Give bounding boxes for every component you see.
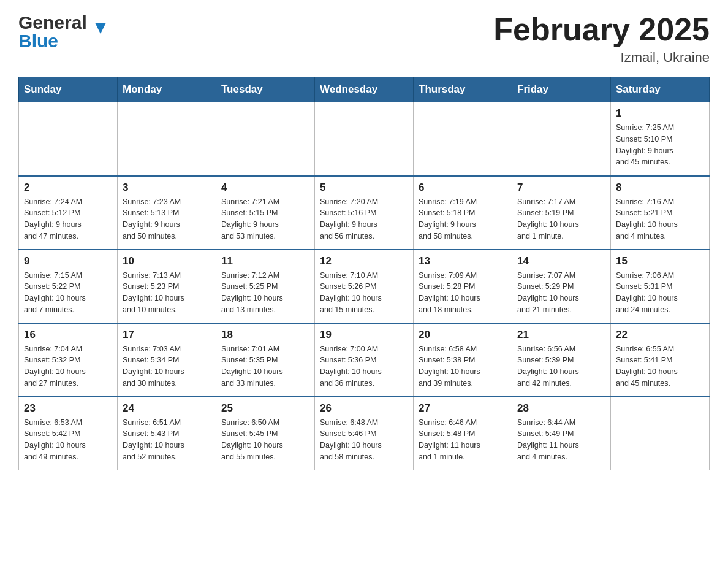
calendar-cell: 20Sunrise: 6:58 AMSunset: 5:38 PMDayligh… <box>414 323 512 397</box>
day-info: Sunrise: 7:07 AMSunset: 5:29 PMDaylight:… <box>517 270 605 316</box>
day-number: 25 <box>221 402 309 415</box>
day-info: Sunrise: 6:53 AMSunset: 5:42 PMDaylight:… <box>24 417 112 463</box>
day-number: 6 <box>419 182 507 194</box>
calendar-cell: 13Sunrise: 7:09 AMSunset: 5:28 PMDayligh… <box>414 250 512 323</box>
calendar-cell: 21Sunrise: 6:56 AMSunset: 5:39 PMDayligh… <box>512 323 611 397</box>
day-info: Sunrise: 7:04 AMSunset: 5:32 PMDaylight:… <box>24 343 112 389</box>
calendar-cell <box>512 102 611 176</box>
day-info: Sunrise: 7:12 AMSunset: 5:25 PMDaylight:… <box>221 270 309 316</box>
day-number: 14 <box>517 255 605 267</box>
day-info: Sunrise: 7:09 AMSunset: 5:28 PMDaylight:… <box>419 270 507 316</box>
calendar-header-row: SundayMondayTuesdayWednesdayThursdayFrid… <box>19 77 710 102</box>
calendar-cell: 9Sunrise: 7:15 AMSunset: 5:22 PMDaylight… <box>19 250 118 323</box>
calendar-day-header: Tuesday <box>216 77 315 102</box>
calendar-cell: 6Sunrise: 7:19 AMSunset: 5:18 PMDaylight… <box>414 176 512 250</box>
day-number: 15 <box>616 255 704 267</box>
calendar-cell: 3Sunrise: 7:23 AMSunset: 5:13 PMDaylight… <box>118 176 216 250</box>
calendar-cell <box>118 102 216 176</box>
calendar-cell: 23Sunrise: 6:53 AMSunset: 5:42 PMDayligh… <box>19 397 118 470</box>
day-info: Sunrise: 7:16 AMSunset: 5:21 PMDaylight:… <box>616 196 704 242</box>
calendar-day-header: Wednesday <box>315 77 414 102</box>
calendar-cell: 17Sunrise: 7:03 AMSunset: 5:34 PMDayligh… <box>118 323 216 397</box>
day-info: Sunrise: 7:20 AMSunset: 5:16 PMDaylight:… <box>320 196 408 242</box>
calendar-cell <box>19 102 118 176</box>
calendar-day-header: Thursday <box>414 77 512 102</box>
day-info: Sunrise: 6:58 AMSunset: 5:38 PMDaylight:… <box>419 343 507 389</box>
day-number: 21 <box>517 329 605 341</box>
day-number: 20 <box>419 329 507 341</box>
day-number: 1 <box>616 107 704 120</box>
day-number: 24 <box>123 402 211 415</box>
day-number: 8 <box>616 182 704 194</box>
day-number: 4 <box>221 182 309 194</box>
calendar-cell: 28Sunrise: 6:44 AMSunset: 5:49 PMDayligh… <box>512 397 611 470</box>
day-info: Sunrise: 6:51 AMSunset: 5:43 PMDaylight:… <box>123 417 211 463</box>
calendar-week-row: 1Sunrise: 7:25 AMSunset: 5:10 PMDaylight… <box>19 102 710 176</box>
day-info: Sunrise: 7:23 AMSunset: 5:13 PMDaylight:… <box>123 196 211 242</box>
calendar-cell: 24Sunrise: 6:51 AMSunset: 5:43 PMDayligh… <box>118 397 216 470</box>
day-number: 17 <box>123 329 211 341</box>
day-number: 7 <box>517 182 605 194</box>
page-subtitle: Izmail, Ukraine <box>493 50 710 66</box>
day-info: Sunrise: 6:46 AMSunset: 5:48 PMDaylight:… <box>419 417 507 463</box>
calendar-cell <box>611 397 710 470</box>
calendar-week-row: 9Sunrise: 7:15 AMSunset: 5:22 PMDaylight… <box>19 250 710 323</box>
day-info: Sunrise: 6:44 AMSunset: 5:49 PMDaylight:… <box>517 417 605 463</box>
day-number: 28 <box>517 402 605 415</box>
calendar-cell: 12Sunrise: 7:10 AMSunset: 5:26 PMDayligh… <box>315 250 414 323</box>
calendar-cell: 16Sunrise: 7:04 AMSunset: 5:32 PMDayligh… <box>19 323 118 397</box>
calendar-cell: 19Sunrise: 7:00 AMSunset: 5:36 PMDayligh… <box>315 323 414 397</box>
day-number: 16 <box>24 329 112 341</box>
day-info: Sunrise: 7:13 AMSunset: 5:23 PMDaylight:… <box>123 270 211 316</box>
calendar-cell <box>216 102 315 176</box>
calendar-day-header: Monday <box>118 77 216 102</box>
logo-arrow-icon <box>95 23 106 35</box>
day-number: 10 <box>123 255 211 267</box>
logo: General Blue <box>18 12 95 52</box>
day-info: Sunrise: 7:10 AMSunset: 5:26 PMDaylight:… <box>320 270 408 316</box>
calendar-cell: 27Sunrise: 6:46 AMSunset: 5:48 PMDayligh… <box>414 397 512 470</box>
calendar-cell: 1Sunrise: 7:25 AMSunset: 5:10 PMDaylight… <box>611 102 710 176</box>
day-number: 18 <box>221 329 309 341</box>
calendar-cell: 15Sunrise: 7:06 AMSunset: 5:31 PMDayligh… <box>611 250 710 323</box>
day-number: 9 <box>24 255 112 267</box>
calendar-cell: 26Sunrise: 6:48 AMSunset: 5:46 PMDayligh… <box>315 397 414 470</box>
svg-marker-0 <box>95 23 106 34</box>
day-number: 27 <box>419 402 507 415</box>
calendar-cell: 7Sunrise: 7:17 AMSunset: 5:19 PMDaylight… <box>512 176 611 250</box>
calendar-cell: 25Sunrise: 6:50 AMSunset: 5:45 PMDayligh… <box>216 397 315 470</box>
day-info: Sunrise: 6:50 AMSunset: 5:45 PMDaylight:… <box>221 417 309 463</box>
calendar-week-row: 2Sunrise: 7:24 AMSunset: 5:12 PMDaylight… <box>19 176 710 250</box>
calendar-cell: 18Sunrise: 7:01 AMSunset: 5:35 PMDayligh… <box>216 323 315 397</box>
calendar-cell: 5Sunrise: 7:20 AMSunset: 5:16 PMDaylight… <box>315 176 414 250</box>
calendar-cell: 22Sunrise: 6:55 AMSunset: 5:41 PMDayligh… <box>611 323 710 397</box>
day-info: Sunrise: 7:17 AMSunset: 5:19 PMDaylight:… <box>517 196 605 242</box>
day-number: 5 <box>320 182 408 194</box>
calendar-cell <box>315 102 414 176</box>
day-number: 2 <box>24 182 112 194</box>
calendar-cell: 11Sunrise: 7:12 AMSunset: 5:25 PMDayligh… <box>216 250 315 323</box>
calendar-table: SundayMondayTuesdayWednesdayThursdayFrid… <box>18 77 710 470</box>
calendar-week-row: 23Sunrise: 6:53 AMSunset: 5:42 PMDayligh… <box>19 397 710 470</box>
title-area: February 2025 Izmail, Ukraine <box>493 12 710 66</box>
day-info: Sunrise: 7:03 AMSunset: 5:34 PMDaylight:… <box>123 343 211 389</box>
logo-general: General <box>18 12 87 33</box>
day-number: 13 <box>419 255 507 267</box>
day-info: Sunrise: 7:00 AMSunset: 5:36 PMDaylight:… <box>320 343 408 389</box>
day-number: 22 <box>616 329 704 341</box>
page-header: General Blue February 2025 Izmail, Ukrai… <box>18 12 710 66</box>
calendar-week-row: 16Sunrise: 7:04 AMSunset: 5:32 PMDayligh… <box>19 323 710 397</box>
day-number: 11 <box>221 255 309 267</box>
day-number: 26 <box>320 402 408 415</box>
day-number: 23 <box>24 402 112 415</box>
calendar-cell: 2Sunrise: 7:24 AMSunset: 5:12 PMDaylight… <box>19 176 118 250</box>
calendar-cell: 8Sunrise: 7:16 AMSunset: 5:21 PMDaylight… <box>611 176 710 250</box>
day-info: Sunrise: 7:01 AMSunset: 5:35 PMDaylight:… <box>221 343 309 389</box>
day-number: 19 <box>320 329 408 341</box>
day-info: Sunrise: 6:48 AMSunset: 5:46 PMDaylight:… <box>320 417 408 463</box>
logo-blue: Blue <box>18 31 58 52</box>
calendar-cell: 4Sunrise: 7:21 AMSunset: 5:15 PMDaylight… <box>216 176 315 250</box>
calendar-day-header: Sunday <box>19 77 118 102</box>
day-info: Sunrise: 7:15 AMSunset: 5:22 PMDaylight:… <box>24 270 112 316</box>
calendar-day-header: Saturday <box>611 77 710 102</box>
